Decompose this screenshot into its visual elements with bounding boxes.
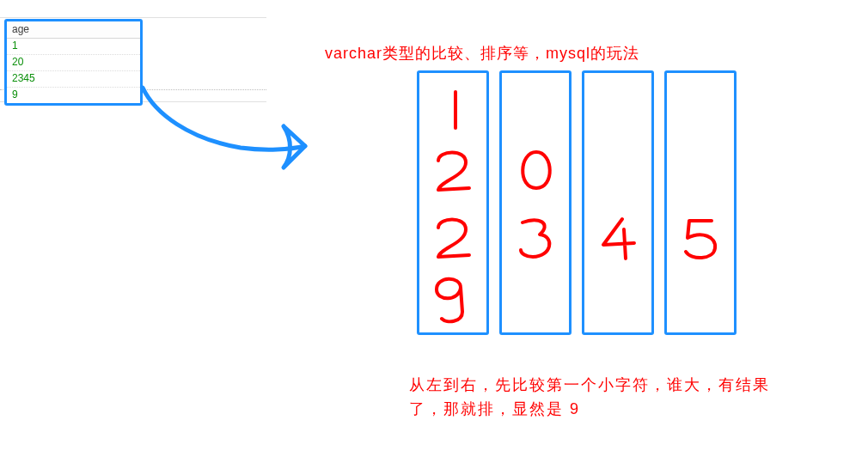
digit-columns bbox=[417, 70, 737, 335]
col-1 bbox=[417, 70, 489, 335]
digit-2 bbox=[419, 209, 488, 277]
digit-1 bbox=[419, 82, 488, 150]
age-table: age 1 20 2345 9 bbox=[4, 19, 143, 106]
bottom-line2: 了，那就排，显然是 9 bbox=[409, 400, 580, 417]
digit-2 bbox=[419, 142, 488, 210]
col-3 bbox=[582, 70, 654, 335]
bottom-text: 从左到右，先比较第一个小字符，谁大，有结果 了，那就排，显然是 9 bbox=[409, 373, 787, 421]
bottom-line1: 从左到右，先比较第一个小字符，谁大，有结果 bbox=[409, 376, 770, 393]
digit-9 bbox=[418, 269, 486, 338]
table-row: 1 bbox=[7, 39, 140, 55]
title-text: varchar类型的比较、排序等，mysql的玩法 bbox=[325, 43, 639, 64]
digit-5 bbox=[667, 209, 736, 277]
table-top-rule bbox=[0, 17, 266, 18]
col-4 bbox=[664, 70, 737, 335]
col-2 bbox=[499, 70, 572, 335]
arrow-icon bbox=[138, 79, 335, 191]
age-table-header: age bbox=[7, 21, 140, 39]
digit-0 bbox=[502, 142, 571, 210]
digit-3 bbox=[502, 209, 571, 277]
digit-4 bbox=[584, 209, 653, 277]
table-row: 2345 bbox=[7, 71, 140, 88]
table-row: 20 bbox=[7, 55, 140, 71]
table-row: 9 bbox=[7, 88, 140, 103]
